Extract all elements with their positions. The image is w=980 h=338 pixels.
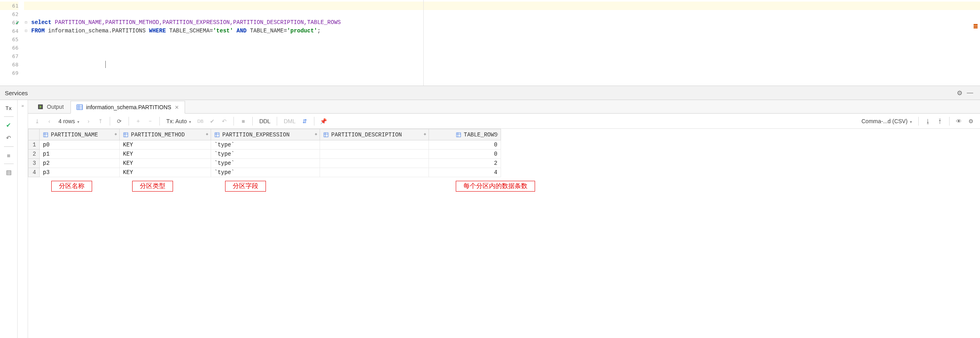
code-line[interactable]: ⊡FROM information_schema.PARTITIONS WHER… bbox=[24, 27, 980, 35]
chevron-right-icon[interactable]: » bbox=[21, 103, 24, 108]
column-header-partition-name[interactable]: PARTITION_NAME◆ bbox=[40, 129, 120, 140]
fold-icon[interactable]: ⊡ bbox=[25, 27, 27, 35]
cell-table-rows[interactable]: 4 bbox=[429, 168, 501, 177]
svg-rect-16 bbox=[457, 133, 461, 137]
cell-partition-expression[interactable]: `type` bbox=[211, 140, 320, 150]
last-page-icon[interactable]: ⤒ bbox=[95, 116, 106, 127]
line-number: 62 bbox=[0, 10, 18, 18]
annotation-partition-type: 分区类型 bbox=[132, 181, 173, 192]
rollback-icon[interactable]: ↶ bbox=[3, 132, 15, 144]
upload-icon[interactable]: ⭱ bbox=[935, 116, 945, 127]
add-row-icon[interactable]: ＋ bbox=[133, 116, 143, 127]
close-icon[interactable]: ✕ bbox=[175, 104, 179, 110]
row-number-cell[interactable]: 3 bbox=[28, 159, 40, 168]
results-toolbar: ⤓ ‹ 4 rows ▾ › ⤒ ⟳ ＋ － Tx: Auto ▾ DB ✔ ↶… bbox=[28, 114, 980, 129]
cell-partition-expression[interactable]: `type` bbox=[211, 159, 320, 168]
cell-partition-description[interactable] bbox=[320, 168, 429, 177]
cell-partition-method[interactable]: KEY bbox=[120, 150, 211, 159]
reload-icon[interactable]: ⟳ bbox=[114, 116, 125, 127]
submit-icon[interactable]: ✔ bbox=[207, 116, 217, 127]
results-grid[interactable]: PARTITION_NAME◆ PARTITION_METHOD◆ PARTIT… bbox=[28, 129, 980, 338]
sort-icon[interactable]: ◆ bbox=[496, 132, 498, 136]
svg-rect-10 bbox=[215, 133, 219, 137]
cell-table-rows[interactable]: 0 bbox=[429, 140, 501, 150]
revert-icon[interactable]: ↶ bbox=[219, 116, 229, 127]
code-line[interactable] bbox=[24, 60, 980, 69]
code-line[interactable]: ⊟select PARTITION_NAME,PARTITION_METHOD,… bbox=[24, 18, 980, 27]
row-number-cell[interactable]: 2 bbox=[28, 150, 40, 159]
error-stripe[interactable] bbox=[974, 24, 978, 36]
download-icon[interactable]: ⭳ bbox=[923, 116, 933, 127]
db-commit-icon[interactable]: DB bbox=[195, 116, 205, 127]
stop-icon[interactable]: ■ bbox=[3, 150, 15, 161]
code-line[interactable] bbox=[24, 44, 980, 52]
dml-button[interactable]: DML bbox=[281, 118, 298, 124]
tx-mode[interactable]: Tx: Auto ▾ bbox=[164, 118, 193, 124]
settings-icon[interactable]: ⚙ bbox=[966, 116, 976, 127]
row-number-cell[interactable]: 1 bbox=[28, 140, 40, 150]
cell-partition-method[interactable]: KEY bbox=[120, 140, 211, 150]
services-panel-header[interactable]: Services ⚙ — bbox=[0, 86, 980, 100]
code-area[interactable]: ⊟select PARTITION_NAME,PARTITION_METHOD,… bbox=[24, 0, 980, 86]
table-row[interactable]: 2p1KEY`type`0 bbox=[28, 150, 501, 159]
cell-partition-name[interactable]: p3 bbox=[40, 168, 120, 177]
fold-icon[interactable]: ⊟ bbox=[25, 18, 27, 27]
sort-icon[interactable]: ◆ bbox=[315, 132, 317, 136]
column-header-partition-description[interactable]: PARTITION_DESCRIPTION◆ bbox=[320, 129, 429, 140]
prev-page-icon[interactable]: ‹ bbox=[44, 116, 54, 127]
cell-table-rows[interactable]: 0 bbox=[429, 150, 501, 159]
minimize-icon[interactable]: — bbox=[965, 89, 975, 96]
sql-editor[interactable]: 61 62 63✔ 64 65 66 67 68 69 ⊟select PART… bbox=[0, 0, 980, 86]
sort-icon[interactable]: ◆ bbox=[206, 132, 208, 136]
tx-label[interactable]: Tx bbox=[3, 102, 15, 114]
code-line[interactable] bbox=[24, 69, 980, 77]
column-icon bbox=[214, 132, 220, 138]
next-page-icon[interactable]: › bbox=[83, 116, 94, 127]
table-row[interactable]: 1p0KEY`type`0 bbox=[28, 140, 501, 150]
code-line[interactable] bbox=[24, 35, 980, 44]
tab-partitions[interactable]: information_schema.PARTITIONS ✕ bbox=[70, 101, 185, 114]
row-number-cell[interactable]: 4 bbox=[28, 168, 40, 177]
pin-icon[interactable]: 📌 bbox=[318, 116, 329, 127]
sort-icon[interactable]: ◆ bbox=[424, 132, 426, 136]
first-page-icon[interactable]: ⤓ bbox=[32, 116, 42, 127]
remove-row-icon[interactable]: － bbox=[145, 116, 155, 127]
cell-partition-name[interactable]: p2 bbox=[40, 159, 120, 168]
code-line[interactable] bbox=[24, 52, 980, 60]
cell-partition-expression[interactable]: `type` bbox=[211, 168, 320, 177]
cell-table-rows[interactable]: 2 bbox=[429, 159, 501, 168]
cell-partition-method[interactable]: KEY bbox=[120, 159, 211, 168]
eye-icon[interactable]: 👁 bbox=[954, 116, 964, 127]
column-header-table-rows[interactable]: TABLE_ROWS◆ bbox=[429, 129, 501, 140]
row-number-header[interactable] bbox=[28, 129, 40, 140]
commit-icon[interactable]: ✔ bbox=[3, 120, 15, 131]
compare-icon[interactable]: ⇵ bbox=[300, 116, 310, 127]
cell-partition-description[interactable] bbox=[320, 159, 429, 168]
code-line[interactable] bbox=[24, 10, 980, 18]
row-count[interactable]: 4 rows ▾ bbox=[56, 118, 82, 124]
cancel-query-icon[interactable]: ■ bbox=[238, 116, 248, 127]
sort-icon[interactable]: ◆ bbox=[115, 132, 117, 136]
column-header-partition-method[interactable]: PARTITION_METHOD◆ bbox=[120, 129, 211, 140]
column-header-partition-expression[interactable]: PARTITION_EXPRESSION◆ bbox=[211, 129, 320, 140]
ddl-button[interactable]: DDL bbox=[257, 118, 273, 124]
cell-partition-name[interactable]: p1 bbox=[40, 150, 120, 159]
export-format[interactable]: Comma-...d (CSV) ▾ bbox=[859, 118, 914, 124]
annotation-partition-name: 分区名称 bbox=[51, 181, 92, 192]
code-line[interactable] bbox=[24, 2, 980, 10]
table-row[interactable]: 4p3KEY`type`4 bbox=[28, 168, 501, 177]
table-row[interactable]: 3p2KEY`type`2 bbox=[28, 159, 501, 168]
services-splitter[interactable]: » bbox=[18, 100, 28, 338]
services-title: Services bbox=[5, 90, 954, 96]
data-table[interactable]: PARTITION_NAME◆ PARTITION_METHOD◆ PARTIT… bbox=[28, 129, 501, 177]
cell-partition-method[interactable]: KEY bbox=[120, 168, 211, 177]
tab-output[interactable]: Output bbox=[31, 100, 70, 113]
gear-icon[interactable]: ⚙ bbox=[954, 89, 965, 97]
column-icon bbox=[123, 132, 129, 138]
separator bbox=[252, 117, 253, 126]
cell-partition-expression[interactable]: `type` bbox=[211, 150, 320, 159]
cell-partition-description[interactable] bbox=[320, 150, 429, 159]
cell-partition-name[interactable]: p0 bbox=[40, 140, 120, 150]
cell-partition-description[interactable] bbox=[320, 140, 429, 150]
layout-icon[interactable]: ▤ bbox=[3, 167, 15, 178]
